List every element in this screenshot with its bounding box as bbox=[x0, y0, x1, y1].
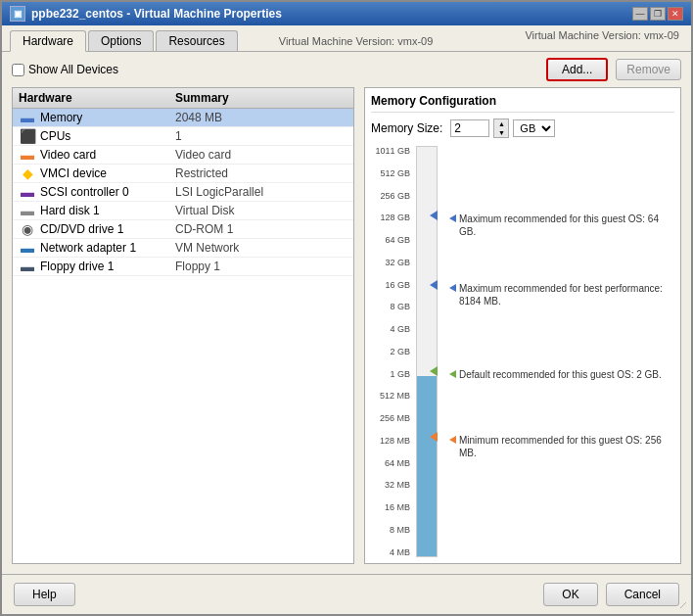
label-arrow-icon-1 bbox=[449, 284, 456, 292]
memory-size-input[interactable] bbox=[450, 119, 489, 137]
label-text-1: Maximum recommended for best performance… bbox=[459, 282, 674, 308]
table-row[interactable]: ▬Floppy drive 1Floppy 1 bbox=[13, 258, 353, 276]
device-name: CD/DVD drive 1 bbox=[40, 222, 175, 236]
tab-resources[interactable]: Resources bbox=[156, 30, 237, 51]
spinner-up[interactable]: ▲ bbox=[494, 119, 508, 128]
hardware-list: ▬Memory2048 MB⬛CPUs1▬Video cardVideo car… bbox=[13, 109, 353, 563]
device-summary: 1 bbox=[175, 129, 347, 143]
device-name: VMCI device bbox=[40, 166, 175, 180]
marker-arrow-0 bbox=[430, 211, 438, 220]
table-row[interactable]: ◆VMCI deviceRestricted bbox=[13, 165, 353, 183]
device-icon-video: ▬ bbox=[19, 148, 36, 162]
table-header: Hardware Summary bbox=[13, 88, 353, 109]
marker-arrow-1 bbox=[430, 280, 438, 290]
memory-config-panel: Memory Configuration Memory Size: ▲ ▼ MB… bbox=[364, 87, 681, 564]
memory-scale: 1011 GB512 GB256 GB128 GB64 GB32 GB16 GB… bbox=[371, 146, 412, 557]
close-button[interactable]: ✕ bbox=[668, 7, 683, 21]
window-title: ppbe232_centos - Virtual Machine Propert… bbox=[31, 7, 282, 21]
device-summary: 2048 MB bbox=[175, 111, 347, 124]
show-all-devices-label[interactable]: Show All Devices bbox=[12, 63, 118, 76]
remove-button[interactable]: Remove bbox=[616, 59, 681, 80]
table-row[interactable]: ▬Video cardVideo card bbox=[13, 146, 353, 165]
scale-label: 1 GB bbox=[371, 369, 410, 379]
scale-label: 4 GB bbox=[371, 324, 410, 334]
help-button[interactable]: Help bbox=[14, 583, 75, 606]
show-all-devices-text: Show All Devices bbox=[28, 63, 118, 76]
show-all-devices-checkbox[interactable] bbox=[12, 64, 24, 76]
version-info: Virtual Machine Version: vmx-09 bbox=[525, 29, 679, 41]
device-icon-scsi: ▬ bbox=[19, 185, 36, 199]
device-icon-floppy: ▬ bbox=[19, 260, 36, 273]
memory-label-2: Default recommended for this guest OS: 2… bbox=[449, 368, 662, 381]
device-summary: Video card bbox=[175, 148, 347, 162]
memory-size-row: Memory Size: ▲ ▼ MB GB bbox=[371, 118, 674, 138]
scale-label: 16 GB bbox=[371, 280, 410, 290]
tab-options[interactable]: Options bbox=[88, 30, 154, 51]
hardware-panel: Hardware Summary ▬Memory2048 MB⬛CPUs1▬Vi… bbox=[12, 87, 354, 564]
device-icon-cpu: ⬛ bbox=[19, 129, 36, 143]
tab-hardware[interactable]: Hardware bbox=[10, 30, 86, 52]
device-name: Network adapter 1 bbox=[40, 241, 175, 255]
scale-label: 256 MB bbox=[371, 413, 410, 423]
scale-label: 512 MB bbox=[371, 391, 410, 401]
scale-label: 64 GB bbox=[371, 235, 410, 245]
label-text-2: Default recommended for this guest OS: 2… bbox=[459, 368, 662, 381]
device-icon-vmci: ◆ bbox=[19, 166, 36, 180]
spinner-down[interactable]: ▼ bbox=[494, 128, 508, 137]
label-text-3: Minimum recommended for this guest OS: 2… bbox=[459, 434, 674, 459]
device-summary: Virtual Disk bbox=[175, 204, 347, 217]
scale-label: 8 GB bbox=[371, 302, 410, 311]
scale-label: 128 MB bbox=[371, 436, 410, 446]
scale-label: 8 MB bbox=[371, 525, 410, 535]
bottom-bar: Help OK Cancel bbox=[2, 574, 691, 614]
device-summary: VM Network bbox=[175, 241, 347, 255]
device-summary: Floppy 1 bbox=[175, 260, 347, 273]
toolbar: Show All Devices Add... Remove bbox=[2, 52, 691, 87]
memory-unit-select[interactable]: MB GB bbox=[513, 119, 555, 137]
device-summary: LSI LogicParallel bbox=[175, 185, 347, 199]
marker-arrow-3 bbox=[430, 432, 438, 442]
main-content: Hardware Summary ▬Memory2048 MB⬛CPUs1▬Vi… bbox=[2, 87, 691, 574]
window-icon: ▣ bbox=[10, 6, 25, 22]
scale-label: 2 GB bbox=[371, 347, 410, 356]
label-text-0: Maximum recommended for this guest OS: 6… bbox=[459, 213, 674, 238]
scale-label: 512 GB bbox=[371, 168, 410, 178]
device-summary: Restricted bbox=[175, 166, 347, 180]
scale-label: 4 MB bbox=[371, 547, 410, 557]
title-controls: — ❐ ✕ bbox=[632, 7, 683, 21]
memory-labels: Maximum recommended for this guest OS: 6… bbox=[441, 146, 674, 557]
device-summary: CD-ROM 1 bbox=[175, 222, 347, 236]
add-button[interactable]: Add... bbox=[546, 58, 608, 81]
memory-label-1: Maximum recommended for best performance… bbox=[449, 282, 674, 308]
cancel-button[interactable]: Cancel bbox=[606, 583, 679, 606]
memory-label-0: Maximum recommended for this guest OS: 6… bbox=[449, 213, 674, 238]
device-name: Memory bbox=[40, 111, 175, 124]
table-row[interactable]: ▬Network adapter 1VM Network bbox=[13, 239, 353, 258]
table-row[interactable]: ◉CD/DVD drive 1CD-ROM 1 bbox=[13, 220, 353, 239]
col-summary: Summary bbox=[175, 91, 347, 105]
memory-bar bbox=[416, 146, 438, 557]
col-hardware: Hardware bbox=[19, 91, 175, 105]
memory-spinner: ▲ ▼ bbox=[493, 118, 509, 138]
memory-bar-fill bbox=[417, 376, 437, 556]
device-icon-cdrom: ◉ bbox=[19, 222, 36, 236]
minimize-button[interactable]: — bbox=[632, 7, 648, 21]
memory-label-3: Minimum recommended for this guest OS: 2… bbox=[449, 434, 674, 459]
marker-arrow-2 bbox=[430, 366, 438, 376]
table-row[interactable]: ▬SCSI controller 0LSI LogicParallel bbox=[13, 183, 353, 202]
device-name: Hard disk 1 bbox=[40, 204, 175, 217]
table-row[interactable]: ⬛CPUs1 bbox=[13, 127, 353, 146]
scale-label: 128 GB bbox=[371, 213, 410, 222]
ok-button[interactable]: OK bbox=[543, 583, 597, 606]
scale-label: 32 MB bbox=[371, 480, 410, 490]
device-name: SCSI controller 0 bbox=[40, 185, 175, 199]
device-name: Floppy drive 1 bbox=[40, 260, 175, 273]
label-arrow-icon-0 bbox=[449, 214, 456, 222]
restore-button[interactable]: ❐ bbox=[650, 7, 666, 21]
device-name: Video card bbox=[40, 148, 175, 162]
memory-title: Memory Configuration bbox=[371, 94, 674, 113]
table-row[interactable]: ▬Memory2048 MB bbox=[13, 109, 353, 127]
scale-label: 64 MB bbox=[371, 458, 410, 468]
resize-grip: ⟋ bbox=[677, 598, 689, 612]
table-row[interactable]: ▬Hard disk 1Virtual Disk bbox=[13, 202, 353, 220]
